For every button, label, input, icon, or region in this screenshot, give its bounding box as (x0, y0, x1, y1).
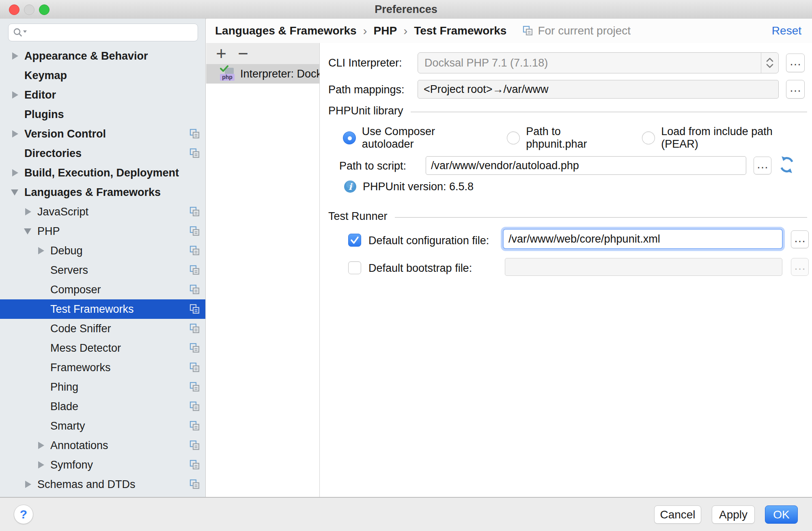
path-mappings-field[interactable]: <Project root>→/var/www (418, 80, 779, 99)
apply-button[interactable]: Apply (712, 505, 755, 524)
search-icon (13, 27, 29, 38)
breadcrumb-php[interactable]: PHP (374, 24, 397, 37)
per-project-settings-icon (190, 343, 200, 353)
per-project-settings-icon (190, 304, 200, 314)
default-bootstrap-file-label: Default bootstrap file: (368, 262, 472, 275)
per-project-settings-icon (190, 206, 200, 217)
expand-arrow-icon[interactable] (11, 169, 24, 177)
path-to-script-input[interactable] (426, 156, 746, 175)
expand-arrow-icon[interactable] (11, 91, 24, 99)
sidebar-item-debug[interactable]: Debug (0, 241, 205, 260)
breadcrumb-test-frameworks[interactable]: Test Frameworks (414, 24, 506, 37)
radio-selected-icon[interactable] (343, 131, 356, 144)
reload-icon[interactable] (777, 155, 797, 174)
path-mappings-label: Path mappings: (328, 84, 405, 96)
per-project-settings-icon (190, 148, 200, 159)
sidebar-item-php[interactable]: PHP (0, 221, 205, 241)
radio-unselected-icon[interactable] (507, 131, 520, 144)
per-project-settings-icon (190, 362, 200, 373)
sidebar-item-annotations[interactable]: Annotations (0, 436, 205, 455)
expand-arrow-icon[interactable] (37, 441, 50, 449)
sidebar-item-phing[interactable]: Phing (0, 377, 205, 397)
cli-interpreter-browse-button[interactable]: … (786, 54, 805, 72)
expand-arrow-icon[interactable] (11, 52, 24, 60)
sidebar-item-appearance-behavior[interactable]: Appearance & Behavior (0, 46, 205, 66)
sidebar-item-frameworks[interactable]: Frameworks (0, 358, 205, 377)
help-button[interactable]: ? (14, 505, 33, 524)
window-title: Preferences (0, 3, 812, 16)
path-to-script-browse-button[interactable]: … (754, 157, 771, 174)
reset-link[interactable]: Reset (772, 24, 801, 37)
ok-button[interactable]: OK (765, 505, 798, 524)
test-runner-section: Test Runner (328, 210, 807, 223)
radio-unselected-icon[interactable] (642, 131, 655, 144)
sidebar-item-mess-detector[interactable]: Mess Detector (0, 338, 205, 358)
settings-search-box[interactable] (8, 24, 198, 41)
expand-arrow-icon[interactable] (24, 208, 37, 216)
per-project-settings-icon (190, 265, 200, 275)
per-project-settings-icon (190, 401, 200, 412)
collapse-arrow-icon[interactable] (24, 227, 37, 235)
collapse-arrow-icon[interactable] (11, 188, 24, 196)
cli-interpreter-select[interactable]: Docksal PHP 7.1 (7.1.18) (418, 52, 779, 73)
sidebar-item-composer[interactable]: Composer (0, 280, 205, 299)
sidebar-item-plugins[interactable]: Plugins (0, 105, 205, 124)
sidebar-item-blade[interactable]: Blade (0, 397, 205, 416)
cancel-button[interactable]: Cancel (654, 505, 701, 524)
sidebar-item-smarty[interactable]: Smarty (0, 416, 205, 436)
radio-load-from-include-path[interactable]: Load from include path (PEAR) (642, 125, 812, 150)
phpunit-library-radios: Use Composer autoloader Path to phpunit.… (343, 129, 812, 147)
sidebar-item-keymap[interactable]: Keymap (0, 66, 205, 85)
breadcrumb-separator: › (403, 24, 407, 38)
default-configuration-file-label: Default configuration file: (368, 234, 489, 247)
sidebar-item-build-execution-deployment[interactable]: Build, Execution, Deployment (0, 163, 205, 183)
expand-arrow-icon[interactable] (37, 461, 50, 469)
breadcrumb: Languages & Frameworks › PHP › Test Fram… (206, 19, 812, 43)
sidebar-item-servers[interactable]: Servers (0, 260, 205, 280)
phpunit-version-note: i PHPUnit version: 6.5.8 (343, 178, 474, 195)
default-bootstrap-file-browse-button: … (791, 258, 809, 276)
sidebar-item-symfony[interactable]: Symfony (0, 455, 205, 475)
radio-use-composer-autoloader[interactable]: Use Composer autoloader (343, 125, 489, 150)
sidebar-item-code-sniffer[interactable]: Code Sniffer (0, 319, 205, 338)
per-project-settings-icon (190, 245, 200, 256)
sidebar-item-schemas-and-dtds[interactable]: Schemas and DTDs (0, 475, 205, 494)
sidebar-item-test-frameworks[interactable]: Test Frameworks (0, 299, 205, 319)
interpreter-list-item[interactable]: php Interpreter: Dock (206, 64, 319, 84)
search-options-caret-icon (23, 30, 27, 33)
add-button[interactable]: + (212, 44, 230, 63)
preferences-window: Preferences Appearance & Behavior Keymap… (0, 0, 812, 531)
test-runner-title: Test Runner (328, 210, 388, 223)
phpunit-library-section: PHPUnit library (328, 105, 807, 117)
remove-button[interactable]: − (234, 44, 252, 63)
scope-label: For current project (538, 24, 631, 37)
sidebar-item-editor[interactable]: Editor (0, 85, 205, 105)
expand-arrow-icon[interactable] (37, 247, 50, 255)
breadcrumb-languages-frameworks[interactable]: Languages & Frameworks (215, 24, 357, 37)
path-to-script-label: Path to script: (339, 160, 406, 172)
default-configuration-file-browse-button[interactable]: … (791, 230, 809, 248)
per-project-settings-icon (190, 226, 200, 236)
per-project-settings-icon (190, 421, 200, 431)
expand-arrow-icon[interactable] (24, 480, 37, 488)
path-mappings-browse-button[interactable]: … (786, 80, 805, 99)
sidebar-item-directories[interactable]: Directories (0, 144, 205, 163)
test-frameworks-form: CLI Interpreter: Docksal PHP 7.1 (7.1.18… (320, 43, 812, 497)
radio-path-to-phpunit-phar[interactable]: Path to phpunit.phar (507, 125, 624, 150)
search-input[interactable] (29, 25, 194, 40)
stepper-icon[interactable] (761, 53, 778, 73)
default-configuration-file-checkbox[interactable] (348, 234, 361, 247)
info-icon: i (343, 180, 357, 193)
default-bootstrap-file-checkbox[interactable] (348, 261, 361, 274)
interpreter-list-panel: + − php Interpreter: Dock (206, 43, 320, 497)
green-check-icon (220, 65, 229, 73)
per-project-settings-icon (190, 440, 200, 451)
breadcrumb-separator: › (363, 24, 367, 38)
default-configuration-file-input[interactable] (503, 229, 783, 249)
per-project-settings-icon (190, 284, 200, 295)
per-project-settings-icon (190, 382, 200, 392)
sidebar-item-javascript[interactable]: JavaScript (0, 202, 205, 221)
sidebar-item-version-control[interactable]: Version Control (0, 124, 205, 144)
expand-arrow-icon[interactable] (11, 130, 24, 138)
sidebar-item-languages-frameworks[interactable]: Languages & Frameworks (0, 183, 205, 202)
